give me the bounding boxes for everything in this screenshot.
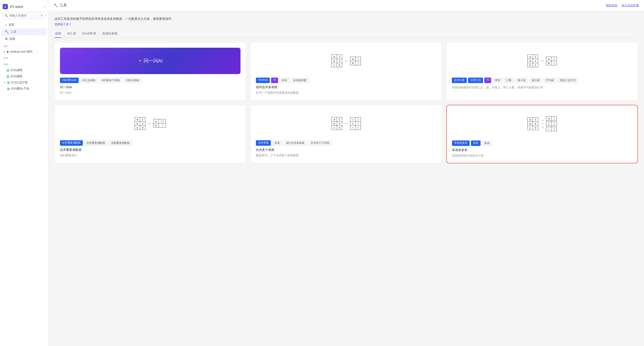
stack-table-top: a1 b2 c3: [332, 117, 342, 130]
tag-stack-merge: 合并表格: [256, 140, 271, 146]
split-arrow-2: →: [541, 122, 544, 125]
nav-tools-label: 工具: [11, 30, 16, 34]
search-bar[interactable]: 🔍 ＋: [2, 12, 46, 19]
ai-gradient-bg: ✦ 问一问AI: [60, 48, 240, 74]
dup-desc: 找到重复的行: [60, 153, 240, 158]
table-icon-ck: ▦: [7, 87, 10, 90]
tag-sum: 求和: [492, 78, 502, 83]
workspace-chevron-icon: ◇: [44, 5, 46, 8]
card-stack[interactable]: a1 b2 c3 → a1 b2 c3 合: [250, 105, 442, 164]
table-icon-cj: ▦: [7, 81, 10, 84]
split-desc: 把原始表拆分成多张小表: [452, 153, 632, 158]
tag-ai-split: AI拆分表格: [124, 78, 141, 83]
stack-table-right: a1 b2 c3: [350, 117, 361, 130]
arrow-right-icon: →: [344, 59, 348, 63]
table-name-ck: (CK)聚合-产品: [11, 87, 29, 91]
tab-all[interactable]: 全部: [54, 30, 62, 38]
merge-calc-desc: 对原始表格进行分类汇总，如：月收入、部门人数、班级平均成绩统计等: [452, 85, 632, 90]
card-ai-visual: ✦ 问一问AI: [60, 48, 240, 74]
nav-settings-label: 设置: [10, 37, 15, 41]
tag-more: 更多汇总方式: [558, 78, 578, 83]
vlookup-diagram: a1 b2 c3 → a1 b2: [332, 55, 361, 67]
sparkle-icon: ✦: [138, 58, 142, 64]
search-input[interactable]: [10, 14, 39, 17]
vlookup-desc: 从另一个表格中快速查找目标数据: [256, 91, 436, 95]
table-name-cj: (CJ)汇总计算: [11, 81, 28, 84]
stack-arrow-icon: →: [344, 122, 348, 126]
stack-title: 合并多个表格: [256, 148, 436, 152]
dup-visual: a1 b2 a3 → a1,3 b2: [60, 110, 240, 137]
tag-max: 最大值: [529, 78, 542, 83]
settings-icon: ⚙: [5, 37, 8, 41]
top-bar: 🔧 工具 我想反馈 加入会员专属: [48, 0, 644, 11]
tag-ai-match: AI匹配多个表格: [99, 78, 122, 83]
workspace-header[interactable]: Z zf's space ◇: [0, 3, 48, 12]
tag-dup2: 合并重复项数据: [84, 140, 108, 146]
nav-tools[interactable]: 🔧 工具: [1, 28, 47, 35]
membership-link[interactable]: 加入会员专属: [622, 4, 639, 8]
card-vlookup[interactable]: a1 b2 c3 → a1 b2 Vlookup AI 多表: [250, 42, 442, 101]
tab-other[interactable]: 其他转表格: [102, 30, 118, 38]
card-ai[interactable]: ✦ 问一问AI AI处理Excel AI汇总表格 AI匹配多个表格 AI拆分表格…: [54, 42, 246, 101]
vlookup-title: 按列合并多表格: [256, 85, 436, 89]
ai-card-text: ✦ 问一问AI: [138, 58, 163, 64]
card-merge-calc[interactable]: a1 a1 b1 → a2 b1 合并计算 分类汇总 AI: [446, 42, 638, 101]
tab-ai[interactable]: AI工具: [67, 30, 77, 38]
ai-card-title: 问一问AI: [60, 85, 240, 89]
split-diagram: a1 b2 c3 → → → a1: [527, 116, 557, 131]
dup-tags: 合并重复项数据 合并重复项数据 去除重复项数据: [60, 140, 240, 146]
tag-classify: 分类汇总: [468, 78, 483, 83]
vlookup-tags: Vlookup AI 多表 多表格匹配: [256, 78, 436, 83]
ai-card-tags: AI处理Excel AI汇总表格 AI匹配多个表格 AI拆分表格: [60, 78, 240, 83]
tag-split-multi: 多表: [482, 140, 492, 146]
chevron-icon: ▶: [4, 50, 5, 53]
vlookup-visual: a1 b2 c3 → a1 b2: [256, 48, 436, 74]
section-boards: 看板: [0, 54, 48, 61]
feedback-link[interactable]: 我想反馈: [606, 4, 617, 8]
content-area: 这些工具提供快捷手段帮您处理单表或者多表数据，一次配置永久生效，避免重复操作。 …: [48, 11, 644, 346]
dup-title: 合并重复项数据: [60, 148, 240, 152]
split-tags: 单表拆多表 拆表 多表: [452, 140, 632, 146]
table-cg[interactable]: ▦ (CG)成绩: [0, 67, 48, 73]
merge-calc-diagram: a1 a1 b1 → a2 b1: [527, 55, 557, 67]
dup-table-right: a1,3 b2: [153, 119, 166, 128]
table-ch[interactable]: ▦ (CH)成绩: [0, 73, 48, 79]
new-tool-link[interactable]: 需要新工具？: [54, 23, 72, 26]
add-button[interactable]: ＋: [40, 13, 44, 18]
tab-excel[interactable]: Excel常用: [82, 30, 96, 38]
tag-count: 计数: [504, 78, 514, 83]
ai-card-label: 问一问AI: [144, 58, 163, 64]
split-arrows: → → →: [540, 119, 544, 129]
stack-diagram: a1 b2 c3 → a1 b2 c3: [332, 117, 361, 130]
ai-card-desc: 问一问AI: [60, 91, 240, 95]
stack-desc: 配置多列，上下合并多个表格数据: [256, 153, 436, 158]
table-ck[interactable]: ▦ (CK)聚合-产品: [0, 86, 48, 92]
split-arrow-1: →: [541, 119, 544, 122]
split-title: 单表拆多表: [452, 148, 632, 152]
page-description: 这些工具提供快捷手段帮您处理单表或者多表数据，一次配置永久生效，避免重复操作。: [54, 16, 638, 21]
split-arrow-3: →: [541, 126, 544, 129]
merge-calc-tags: 合并计算 分类汇总 AI 求和 计数 最小值 最大值 平均值 更多汇总方式: [452, 78, 632, 83]
tag-min: 最小值: [515, 78, 528, 83]
table-name-ch: (CH)成绩: [10, 74, 22, 78]
tag-ai3: AI: [484, 78, 491, 83]
tag-ai-summary: AI汇总表格: [80, 78, 98, 83]
top-bar-actions: 我想反馈 加入会员专属: [606, 4, 639, 8]
merge-table-left: a1 a1 b1: [527, 55, 538, 67]
nav-home[interactable]: ⌂ 首页: [1, 21, 47, 28]
nav-home-label: 首页: [8, 23, 14, 27]
tag-remove-dup: 去除重复项数据: [109, 140, 132, 146]
nav-settings[interactable]: ⚙ 设置: [1, 35, 47, 43]
split-table-r1: a1: [546, 116, 557, 121]
page-title: 🔧 工具: [54, 3, 606, 8]
table-cj[interactable]: ▼ ▦ (CJ)汇总计算: [0, 79, 48, 86]
table-name-cg: (CG)成绩: [10, 68, 22, 72]
project-vlookup[interactable]: ▶ ◆ vlookup tool 0805: [0, 49, 48, 54]
dup-arrow-icon: →: [148, 122, 151, 126]
card-duplicate[interactable]: a1 b2 a3 → a1,3 b2 合并重复项数据 合并重复项数据: [54, 105, 246, 164]
merge-table-right: a2 b1: [546, 57, 557, 65]
dup-table-left: a1 b2 a3: [135, 117, 146, 130]
workspace-name: zf's space: [10, 5, 42, 8]
split-table-r2: b2: [546, 122, 557, 126]
card-split[interactable]: a1 b2 c3 → → → a1: [446, 105, 638, 164]
